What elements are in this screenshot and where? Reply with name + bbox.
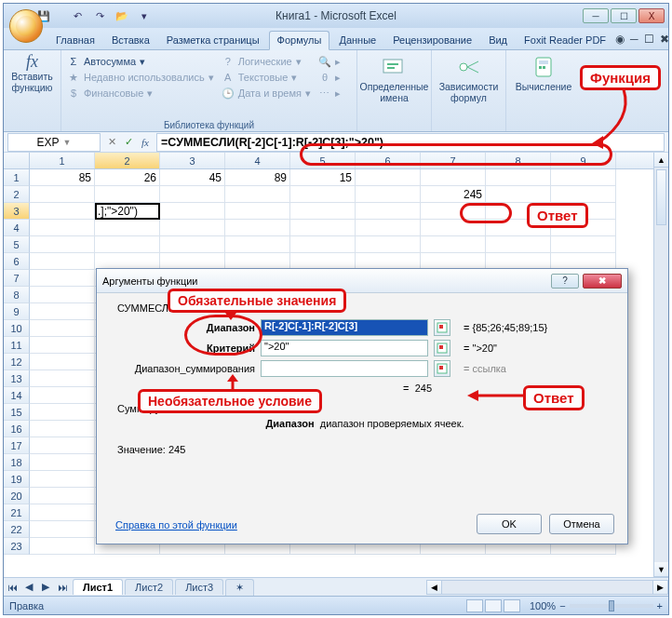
zoom-in-icon[interactable]: + xyxy=(657,600,663,611)
row-header[interactable]: 4 xyxy=(4,220,30,236)
cell[interactable] xyxy=(356,186,421,203)
row-header[interactable]: 16 xyxy=(4,421,30,437)
cell[interactable] xyxy=(30,404,95,421)
row-header[interactable]: 5 xyxy=(4,236,30,253)
row-header[interactable]: 9 xyxy=(4,303,30,320)
cell[interactable] xyxy=(95,220,160,236)
cell[interactable] xyxy=(356,203,421,220)
cell[interactable] xyxy=(30,488,95,504)
cell[interactable]: 26 xyxy=(95,169,160,186)
cell[interactable] xyxy=(356,236,421,253)
cell[interactable] xyxy=(160,186,225,203)
scroll-left-icon[interactable]: ◀ xyxy=(427,581,442,594)
arg-range-input[interactable]: R[-2]C[-1]:R[-2]C[3] xyxy=(261,319,428,336)
row-header[interactable]: 17 xyxy=(4,437,30,454)
tab-formulas[interactable]: Формулы xyxy=(269,31,330,50)
cell[interactable] xyxy=(160,220,225,236)
cell[interactable] xyxy=(225,220,290,236)
sheet-nav-next-icon[interactable]: ▶ xyxy=(37,579,54,596)
row-header[interactable]: 10 xyxy=(4,320,30,337)
view-pagelayout-icon[interactable] xyxy=(485,599,502,612)
cell[interactable]: 89 xyxy=(225,169,290,186)
cell[interactable] xyxy=(290,186,356,203)
tab-home[interactable]: Главная xyxy=(48,32,102,49)
cell[interactable] xyxy=(95,236,160,253)
view-pagebreak-icon[interactable] xyxy=(504,599,520,612)
chevron-down-icon[interactable]: ▼ xyxy=(63,138,72,147)
col-header[interactable]: 3 xyxy=(160,153,225,168)
sheet-tab[interactable]: Лист3 xyxy=(175,579,223,595)
cell[interactable] xyxy=(30,354,95,370)
row-header[interactable]: 21 xyxy=(4,504,30,521)
scroll-up-icon[interactable]: ▲ xyxy=(654,153,668,168)
cell[interactable] xyxy=(486,186,551,203)
cell[interactable] xyxy=(421,169,486,186)
row-header[interactable]: 3 xyxy=(4,203,30,220)
refedit-icon[interactable] xyxy=(434,360,450,377)
cell[interactable] xyxy=(30,303,95,320)
zoom-level[interactable]: 100% xyxy=(530,600,556,611)
row-header[interactable]: 18 xyxy=(4,454,30,471)
new-sheet-button[interactable]: ✶ xyxy=(225,579,254,596)
row-header[interactable]: 7 xyxy=(4,270,30,287)
row-header[interactable]: 13 xyxy=(4,370,30,387)
row-header[interactable]: 20 xyxy=(4,488,30,504)
scroll-right-icon[interactable]: ▶ xyxy=(652,581,667,594)
defined-names-button[interactable]: Определенныеимена xyxy=(357,50,432,131)
cell[interactable] xyxy=(356,169,421,186)
cell[interactable] xyxy=(225,203,290,220)
row-header[interactable]: 6 xyxy=(4,253,30,270)
scroll-down-icon[interactable]: ▼ xyxy=(654,562,668,577)
cell[interactable] xyxy=(30,471,95,488)
sheet-nav-first-icon[interactable]: ⏮ xyxy=(4,579,20,596)
workbook-restore-icon[interactable]: ☐ xyxy=(644,33,654,46)
insert-function-group[interactable]: fx Вставитьфункцию xyxy=(4,50,61,131)
minimize-button[interactable]: ─ xyxy=(583,8,609,23)
cell[interactable]: 245 xyxy=(421,186,486,203)
cell[interactable] xyxy=(421,236,486,253)
sheet-tab[interactable]: Лист2 xyxy=(125,579,173,595)
tab-view[interactable]: Вид xyxy=(481,32,515,49)
enter-formula-icon[interactable]: ✓ xyxy=(121,135,136,150)
zoom-slider[interactable] xyxy=(570,604,653,608)
fx-button-icon[interactable]: fx xyxy=(138,135,153,150)
financial-button[interactable]: $Финансовые ▾ xyxy=(67,87,214,100)
cell[interactable] xyxy=(290,203,356,220)
recent-button[interactable]: ★Недавно использовались ▾ xyxy=(67,71,214,84)
close-button[interactable]: X xyxy=(638,8,665,23)
redo-icon[interactable]: ↷ xyxy=(91,7,108,24)
row-header[interactable]: 15 xyxy=(4,404,30,421)
horizontal-scrollbar[interactable]: ◀ ▶ xyxy=(426,580,668,595)
cell[interactable] xyxy=(95,186,160,203)
cell[interactable] xyxy=(551,169,616,186)
refedit-icon[interactable] xyxy=(434,319,450,336)
row-header[interactable]: 14 xyxy=(4,387,30,404)
cell[interactable] xyxy=(30,220,95,236)
text-button[interactable]: AТекстовые ▾ xyxy=(222,71,311,84)
cell[interactable] xyxy=(30,521,95,538)
row-header[interactable]: 22 xyxy=(4,521,30,538)
autosum-button[interactable]: ΣАвтосумма ▾ xyxy=(67,55,214,68)
cell[interactable] xyxy=(30,370,95,387)
scroll-thumb[interactable] xyxy=(656,169,666,225)
cell[interactable] xyxy=(30,421,95,437)
cell[interactable] xyxy=(30,270,95,287)
cell[interactable]: 85 xyxy=(30,169,95,186)
col-header[interactable]: 2 xyxy=(95,153,160,168)
cell[interactable] xyxy=(30,454,95,471)
cell[interactable] xyxy=(551,236,616,253)
name-box[interactable]: EXP▼ xyxy=(7,133,101,152)
cell[interactable] xyxy=(30,203,95,220)
zoom-out-icon[interactable]: − xyxy=(559,600,565,611)
row-header[interactable]: 11 xyxy=(4,337,30,354)
cell[interactable] xyxy=(30,186,95,203)
col-header[interactable]: 1 xyxy=(30,153,95,168)
workbook-close-icon[interactable]: ✖ xyxy=(660,33,669,46)
row-header[interactable]: 19 xyxy=(4,471,30,488)
select-all-corner[interactable] xyxy=(4,153,30,168)
math-button[interactable]: θ▸ xyxy=(318,71,341,84)
cell[interactable] xyxy=(30,236,95,253)
cell[interactable]: 45 xyxy=(160,169,225,186)
cell[interactable] xyxy=(225,236,290,253)
arg-criteria-input[interactable]: ">20" xyxy=(261,340,428,356)
